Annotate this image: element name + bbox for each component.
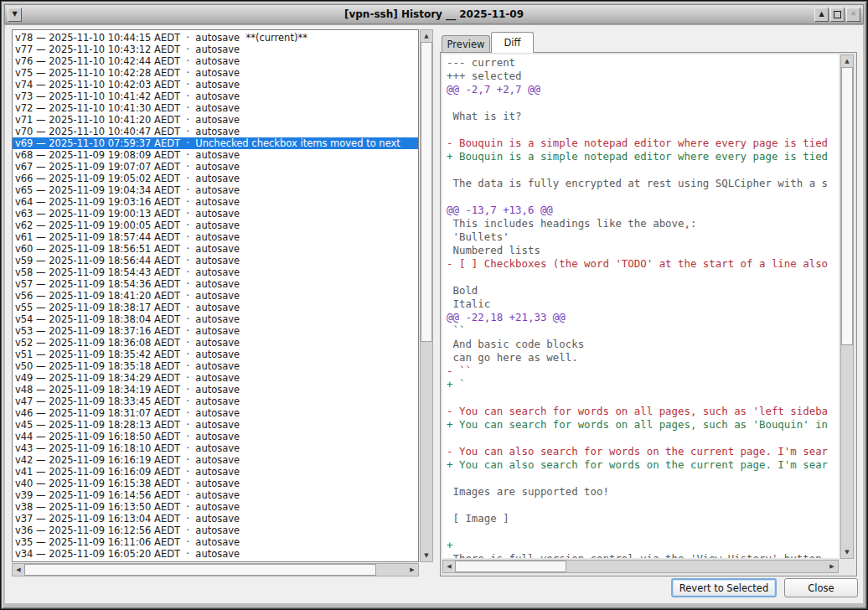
version-row[interactable]: v49 — 2025-11-09 18:34:29 AEDT · autosav… <box>13 372 418 384</box>
window-menu-icon: ▼ <box>12 11 17 18</box>
titlebar: ▼ [vpn-ssh] History __ 2025-11-09 ▲ ✕ <box>4 4 864 24</box>
version-row[interactable]: v35 — 2025-11-09 16:11:06 AEDT · autosav… <box>13 536 418 548</box>
diff-line-del: - Bouquin is a simple notepad editor whe… <box>447 137 839 150</box>
diff-line-ctx <box>447 271 839 284</box>
close-icon: ✕ <box>850 11 856 18</box>
version-row[interactable]: v43 — 2025-11-09 16:18:10 AEDT · autosav… <box>13 442 418 454</box>
scrollbar-track[interactable] <box>421 42 432 550</box>
version-row[interactable]: v33 — 2025-11-09 16:05:01 AEDT · autosav… <box>13 560 418 562</box>
version-row[interactable]: v65 — 2025-11-09 19:04:34 AEDT · autosav… <box>13 184 418 196</box>
version-row[interactable]: v76 — 2025-11-10 10:42:44 AEDT · autosav… <box>13 55 418 67</box>
scrollbar-track[interactable] <box>841 67 853 546</box>
scrollbar-thumb[interactable] <box>24 564 376 576</box>
version-row[interactable]: v53 — 2025-11-09 18:37:16 AEDT · autosav… <box>13 325 418 337</box>
diff-line-meta: +++ selected <box>447 70 839 83</box>
tab-diff[interactable]: Diff <box>491 32 534 53</box>
version-row[interactable]: v71 — 2025-11-10 10:41:20 AEDT · autosav… <box>13 114 418 126</box>
scrollbar-track[interactable] <box>455 561 826 572</box>
diff-line-add: + <box>447 539 839 552</box>
scrollbar-thumb[interactable] <box>841 67 853 345</box>
diff-line-ctx: This includes headings like the above,: <box>447 217 839 230</box>
version-row[interactable]: v66 — 2025-11-09 19:05:02 AEDT · autosav… <box>13 173 418 184</box>
version-row[interactable]: v45 — 2025-11-09 18:28:13 AEDT · autosav… <box>13 419 418 431</box>
version-row[interactable]: v78 — 2025-11-10 10:44:15 AEDT · autosav… <box>13 32 418 44</box>
version-row[interactable]: v56 — 2025-11-09 18:41:20 AEDT · autosav… <box>13 290 418 302</box>
diff-line-ctx <box>447 163 839 177</box>
version-list-vertical-scrollbar[interactable]: ▲ ▼ <box>420 29 433 562</box>
diff-text: --- current+++ selected@@ -2,7 +2,7 @@ W… <box>442 54 839 558</box>
tab-preview[interactable]: Preview <box>442 35 490 53</box>
version-row[interactable]: v39 — 2025-11-09 16:14:56 AEDT · autosav… <box>13 489 418 501</box>
maximize-icon <box>834 11 841 18</box>
version-row[interactable]: v75 — 2025-11-10 10:42:28 AEDT · autosav… <box>13 67 418 79</box>
version-row[interactable]: v38 — 2025-11-09 16:13:50 AEDT · autosav… <box>13 501 418 513</box>
version-row[interactable]: v34 — 2025-11-09 16:05:20 AEDT · autosav… <box>13 548 418 560</box>
version-row[interactable]: v64 — 2025-11-09 19:03:16 AEDT · autosav… <box>13 196 418 208</box>
version-list[interactable]: v78 — 2025-11-10 10:44:15 AEDT · autosav… <box>12 29 419 562</box>
version-row[interactable]: v57 — 2025-11-09 18:54:36 AEDT · autosav… <box>13 278 418 290</box>
scroll-up-icon[interactable]: ▲ <box>421 30 432 42</box>
version-row[interactable]: v48 — 2025-11-09 18:34:19 AEDT · autosav… <box>13 384 418 395</box>
version-row[interactable]: v47 — 2025-11-09 18:33:45 AEDT · autosav… <box>13 395 418 407</box>
version-row[interactable]: v70 — 2025-11-10 10:40:47 AEDT · autosav… <box>13 126 418 137</box>
diff-line-ctx: Bold <box>447 284 839 297</box>
scroll-left-icon[interactable]: ◀ <box>13 564 24 576</box>
version-row[interactable]: v59 — 2025-11-09 18:56:44 AEDT · autosav… <box>13 255 418 266</box>
version-row[interactable]: v72 — 2025-11-10 10:41:30 AEDT · autosav… <box>13 102 418 114</box>
version-row[interactable]: v54 — 2025-11-09 18:38:04 AEDT · autosav… <box>13 313 418 325</box>
diff-line-del: - `` <box>447 364 839 378</box>
scroll-right-icon[interactable]: ▶ <box>406 564 418 576</box>
scrollbar-track[interactable] <box>24 564 406 576</box>
scrollbar-thumb[interactable] <box>455 561 566 572</box>
shade-button[interactable]: ▲ <box>814 8 829 22</box>
maximize-button[interactable] <box>830 8 845 22</box>
diff-line-meta: --- current <box>447 56 839 70</box>
version-row[interactable]: v44 — 2025-11-09 16:18:50 AEDT · autosav… <box>13 431 418 442</box>
version-row[interactable]: v55 — 2025-11-09 18:38:17 AEDT · autosav… <box>13 302 418 313</box>
version-row[interactable]: v40 — 2025-11-09 16:15:38 AEDT · autosav… <box>13 478 418 489</box>
version-row[interactable]: v36 — 2025-11-09 16:12:56 AEDT · autosav… <box>13 525 418 536</box>
diff-line-ctx <box>447 525 839 539</box>
diff-line-ctx <box>447 123 839 137</box>
diff-pane: --- current+++ selected@@ -2,7 +2,7 @@ W… <box>440 52 857 576</box>
version-row[interactable]: v50 — 2025-11-09 18:35:18 AEDT · autosav… <box>13 360 418 372</box>
version-row[interactable]: v51 — 2025-11-09 18:35:42 AEDT · autosav… <box>13 349 418 360</box>
version-row[interactable]: v68 — 2025-11-09 19:08:09 AEDT · autosav… <box>13 149 418 161</box>
close-button[interactable]: Close <box>784 578 858 597</box>
version-row[interactable]: v42 — 2025-11-09 16:16:19 AEDT · autosav… <box>13 454 418 466</box>
diff-line-hunk: @@ -13,7 +13,6 @@ <box>447 204 839 217</box>
diff-line-ctx: And basic code blocks <box>447 338 839 351</box>
version-row[interactable]: v37 — 2025-11-09 16:13:04 AEDT · autosav… <box>13 513 418 525</box>
version-row[interactable]: v46 — 2025-11-09 18:31:07 AEDT · autosav… <box>13 407 418 419</box>
version-row[interactable]: v63 — 2025-11-09 19:00:13 AEDT · autosav… <box>13 208 418 220</box>
scroll-down-icon[interactable]: ▼ <box>841 546 853 558</box>
diff-line-ctx <box>447 472 839 485</box>
version-row[interactable]: v74 — 2025-11-10 10:42:03 AEDT · autosav… <box>13 79 418 90</box>
scroll-down-icon[interactable]: ▼ <box>421 550 432 561</box>
diff-line-add: + You can search for words on all pages,… <box>447 418 839 432</box>
revert-to-selected-button[interactable]: Revert to Selected <box>671 578 777 597</box>
version-row[interactable]: v67 — 2025-11-09 19:07:07 AEDT · autosav… <box>13 161 418 173</box>
version-row[interactable]: v58 — 2025-11-09 18:54:43 AEDT · autosav… <box>13 266 418 278</box>
version-row[interactable]: v77 — 2025-11-10 10:43:12 AEDT · autosav… <box>13 44 418 55</box>
version-list-horizontal-scrollbar[interactable]: ◀ ▶ <box>12 563 419 576</box>
window-controls: ▲ ✕ <box>814 8 861 22</box>
version-row[interactable]: v62 — 2025-11-09 19:00:05 AEDT · autosav… <box>13 220 418 231</box>
version-row[interactable]: v41 — 2025-11-09 16:16:09 AEDT · autosav… <box>13 466 418 478</box>
diff-vertical-scrollbar[interactable]: ▲ ▼ <box>840 54 854 559</box>
version-row[interactable]: v60 — 2025-11-09 18:56:51 AEDT · autosav… <box>13 243 418 255</box>
close-window-button[interactable]: ✕ <box>846 8 860 22</box>
version-row-selected[interactable]: v69 — 2025-11-10 07:59:37 AEDT · Uncheck… <box>13 137 418 149</box>
version-row[interactable]: v73 — 2025-11-10 10:41:42 AEDT · autosav… <box>13 90 418 102</box>
scrollbar-thumb[interactable] <box>421 42 432 342</box>
version-row[interactable]: v61 — 2025-11-09 18:57:44 AEDT · autosav… <box>13 231 418 243</box>
scroll-right-icon[interactable]: ▶ <box>826 561 838 572</box>
diff-line-ctx <box>447 96 839 110</box>
window-menu-button[interactable]: ▼ <box>8 8 22 22</box>
scroll-up-icon[interactable]: ▲ <box>841 55 853 67</box>
diff-line-ctx: Italic <box>447 297 839 311</box>
diff-horizontal-scrollbar[interactable]: ◀ ▶ <box>442 560 839 573</box>
version-row[interactable]: v52 — 2025-11-09 18:36:08 AEDT · autosav… <box>13 337 418 349</box>
diff-line-del: - You can also search for words on the c… <box>447 445 839 458</box>
scroll-left-icon[interactable]: ◀ <box>443 561 455 572</box>
